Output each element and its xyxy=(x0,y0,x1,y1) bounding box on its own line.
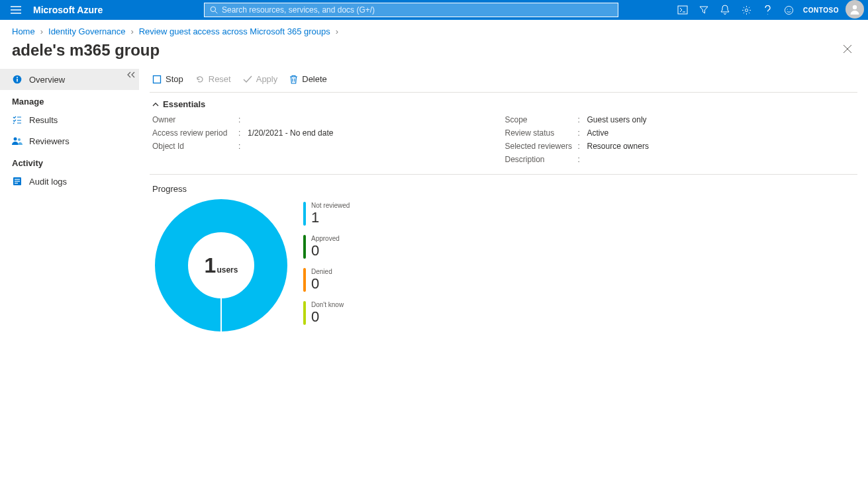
svg-point-5 xyxy=(787,9,787,9)
legend-value: 0 xyxy=(311,309,344,325)
info-icon xyxy=(12,75,23,84)
check-icon xyxy=(243,75,252,83)
close-button[interactable] xyxy=(839,40,856,60)
progress-panel: 1 users Not reviewed1 Approved0 Denied0 xyxy=(150,199,857,331)
svg-point-12 xyxy=(18,138,21,141)
search-input[interactable] xyxy=(222,5,612,15)
legend-value: 0 xyxy=(311,276,332,292)
donut-unit: users xyxy=(217,265,238,275)
directory-filter-button[interactable] xyxy=(693,0,714,20)
svg-point-0 xyxy=(211,7,216,12)
content: Stop Reset Apply Delete Essentials Owner… xyxy=(139,66,868,485)
sidebar-section-manage: Manage xyxy=(0,90,139,109)
topbar: Microsoft Azure CONTOSO xyxy=(0,0,868,20)
help-button[interactable] xyxy=(757,0,778,20)
legend-dontknow: Don't know0 xyxy=(303,301,350,325)
person-icon xyxy=(849,3,861,15)
cloud-shell-button[interactable] xyxy=(672,0,693,20)
essentials-label: Essentials xyxy=(163,99,205,109)
stop-icon xyxy=(152,75,162,84)
chevron-right-icon: › xyxy=(130,26,133,36)
breadcrumb-home[interactable]: Home xyxy=(12,26,35,36)
sidebar: Overview Manage Results Reviewers Activi… xyxy=(0,66,139,485)
sidebar-item-overview[interactable]: Overview xyxy=(0,69,139,90)
filter-icon xyxy=(699,5,708,15)
svg-point-6 xyxy=(790,9,791,9)
legend-approved: Approved0 xyxy=(303,235,350,259)
bell-icon xyxy=(720,5,730,15)
selected-reviewers-value: Resource owners xyxy=(587,142,649,151)
legend-color-bar xyxy=(303,202,306,226)
button-label: Delete xyxy=(302,74,327,84)
close-icon xyxy=(843,44,852,54)
sidebar-item-reviewers[interactable]: Reviewers xyxy=(0,130,139,152)
feedback-button[interactable] xyxy=(778,0,799,20)
stop-button[interactable]: Stop xyxy=(152,74,183,84)
legend-value: 1 xyxy=(311,210,350,226)
notifications-button[interactable] xyxy=(714,0,736,20)
donut-center-label: 1 users xyxy=(205,253,238,278)
brand-label: Microsoft Azure xyxy=(32,5,204,15)
button-label: Apply xyxy=(256,74,278,84)
sidebar-item-label: Audit logs xyxy=(29,177,67,187)
people-icon xyxy=(12,136,23,146)
svg-line-1 xyxy=(215,11,217,13)
reset-button: Reset xyxy=(195,74,231,84)
sidebar-item-audit-logs[interactable]: Audit logs xyxy=(0,171,139,192)
cloud-shell-icon xyxy=(677,5,688,15)
log-icon xyxy=(12,177,23,186)
delete-button[interactable]: Delete xyxy=(289,74,327,84)
owner-label: Owner xyxy=(152,115,238,124)
legend-color-bar xyxy=(303,301,306,325)
legend-value: 0 xyxy=(311,243,340,259)
sidebar-item-label: Results xyxy=(29,115,58,125)
essentials-left: Owner: Access review period:1/20/2021 - … xyxy=(152,113,505,166)
review-status-value: Active xyxy=(587,128,609,138)
chevron-right-icon: › xyxy=(40,26,43,36)
essentials-right: Scope:Guest users only Review status:Act… xyxy=(505,113,858,166)
svg-rect-16 xyxy=(15,183,18,183)
svg-point-7 xyxy=(853,5,857,9)
chevron-right-icon: › xyxy=(336,26,338,36)
legend-not-reviewed: Not reviewed1 xyxy=(303,202,350,226)
svg-point-4 xyxy=(785,6,793,14)
svg-rect-15 xyxy=(15,181,20,181)
button-label: Stop xyxy=(166,74,183,84)
chevron-up-icon xyxy=(152,102,159,107)
breadcrumb-identity-governance[interactable]: Identity Governance xyxy=(48,26,125,36)
sidebar-item-label: Overview xyxy=(29,75,65,85)
gear-icon xyxy=(742,5,751,15)
global-search[interactable] xyxy=(204,3,618,17)
smiley-icon xyxy=(784,5,794,15)
essentials-toggle[interactable]: Essentials xyxy=(150,93,857,113)
svg-rect-9 xyxy=(17,79,18,82)
page-title: adele's m365 group xyxy=(12,41,160,60)
hamburger-menu-button[interactable] xyxy=(0,0,32,20)
search-icon xyxy=(210,6,218,14)
svg-rect-17 xyxy=(154,75,161,83)
object-id-label: Object Id xyxy=(152,142,238,151)
legend-color-bar xyxy=(303,268,306,292)
description-label: Description xyxy=(505,155,578,164)
reset-icon xyxy=(195,75,205,84)
collapse-sidebar-button[interactable] xyxy=(127,70,135,80)
double-chevron-left-icon xyxy=(127,71,135,78)
sidebar-item-label: Reviewers xyxy=(29,136,70,146)
topbar-actions: CONTOSO xyxy=(672,0,868,20)
title-row: adele's m365 group xyxy=(0,39,868,66)
review-period-value: 1/20/2021 - No end date xyxy=(248,128,333,138)
legend-denied: Denied0 xyxy=(303,268,350,292)
progress-donut-chart: 1 users xyxy=(155,199,287,331)
essentials-panel: Owner: Access review period:1/20/2021 - … xyxy=(150,113,857,175)
svg-rect-2 xyxy=(678,6,687,14)
breadcrumb-review-guest-access[interactable]: Review guest access across Microsoft 365… xyxy=(139,26,330,36)
progress-title: Progress xyxy=(150,175,857,199)
user-avatar[interactable] xyxy=(845,0,864,19)
svg-rect-14 xyxy=(15,179,20,180)
settings-button[interactable] xyxy=(736,0,757,20)
svg-point-10 xyxy=(17,77,18,78)
sidebar-item-results[interactable]: Results xyxy=(0,109,139,130)
checklist-icon xyxy=(12,115,23,124)
selected-reviewers-label: Selected reviewers xyxy=(505,142,578,151)
sidebar-section-activity: Activity xyxy=(0,152,139,171)
